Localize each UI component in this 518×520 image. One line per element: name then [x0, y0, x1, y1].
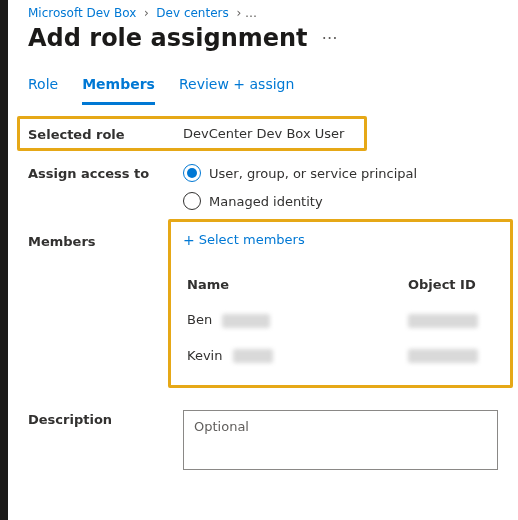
redacted-text [408, 314, 478, 328]
redacted-text [222, 314, 270, 328]
selected-role-label: Selected role [28, 125, 183, 142]
tabs: Role Members Review + assign [8, 70, 518, 105]
tab-role[interactable]: Role [28, 70, 58, 105]
more-actions-icon[interactable]: ⋯ [322, 30, 338, 46]
column-header-objectid[interactable]: Object ID [408, 277, 498, 292]
tab-members[interactable]: Members [82, 70, 155, 105]
breadcrumb: Microsoft Dev Box › Dev centers › … [8, 0, 518, 20]
redacted-text [233, 349, 273, 363]
radio-icon [183, 164, 201, 182]
radio-icon [183, 192, 201, 210]
breadcrumb-link[interactable]: Dev centers [156, 6, 228, 20]
member-name: Kevin [187, 348, 222, 363]
breadcrumb-link[interactable]: Microsoft Dev Box [28, 6, 136, 20]
members-label: Members [28, 232, 183, 249]
member-name: Ben [187, 312, 212, 327]
selected-role-value: DevCenter Dev Box User [183, 126, 344, 141]
radio-user-group-sp[interactable]: User, group, or service principal [183, 164, 498, 182]
select-members-label: Select members [199, 232, 305, 247]
description-label: Description [28, 410, 183, 427]
assign-access-label: Assign access to [28, 164, 183, 181]
column-header-name[interactable]: Name [183, 277, 408, 292]
table-row[interactable]: Kevin [183, 338, 498, 374]
tab-review-assign[interactable]: Review + assign [179, 70, 294, 105]
page-title: Add role assignment [28, 24, 308, 52]
members-table: Name Object ID Ben Kevin [183, 277, 498, 373]
redacted-text [408, 349, 478, 363]
radio-managed-identity[interactable]: Managed identity [183, 192, 498, 210]
select-members-link[interactable]: + Select members [183, 232, 305, 247]
table-row[interactable]: Ben [183, 302, 498, 338]
description-input[interactable] [183, 410, 498, 470]
radio-label: User, group, or service principal [209, 166, 417, 181]
plus-icon: + [183, 233, 195, 247]
radio-label: Managed identity [209, 194, 323, 209]
